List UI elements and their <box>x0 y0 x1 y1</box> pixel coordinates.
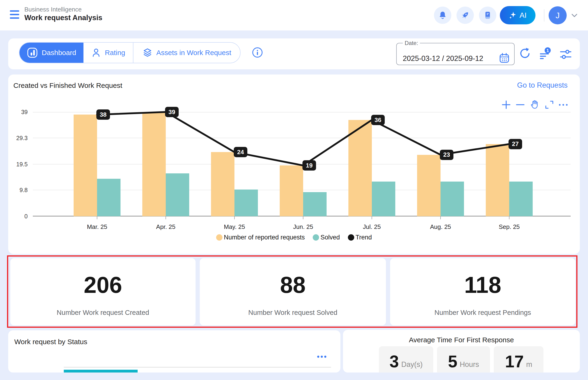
legend-item[interactable]: Trend <box>348 234 372 241</box>
x-axis-tick <box>234 216 235 219</box>
chart-legend: Number of reported requestsSolvedTrend <box>216 234 372 241</box>
legend-marker-icon <box>216 234 223 241</box>
x-axis-label: Aug. 25 <box>422 223 459 230</box>
x-axis-label: Jul. 25 <box>353 223 391 230</box>
metric-days-value: 3 <box>389 352 399 371</box>
calendar-icon[interactable] <box>499 53 510 64</box>
work-request-by-status-card: Work request by Status <box>8 330 340 373</box>
x-axis-label: Apr. 25 <box>147 223 184 230</box>
filter-icon[interactable]: 1 <box>539 47 552 60</box>
tune-icon[interactable] <box>560 49 572 60</box>
toolbar-card: Dashboard Rating Assets in Work Request … <box>8 38 580 69</box>
y-axis-label: 0 <box>9 213 28 220</box>
kpi-pendings-label: Number Work request Pendings <box>390 309 575 317</box>
kpi-created-label: Number Work request Created <box>10 309 196 317</box>
trend-line <box>33 112 571 216</box>
filter-badge: 1 <box>547 48 549 53</box>
hamburger-menu-icon[interactable] <box>10 10 21 20</box>
x-axis-tick <box>509 216 509 219</box>
trend-point-label: 39 <box>165 107 179 117</box>
tab-dashboard[interactable]: Dashboard <box>20 43 83 63</box>
trend-point-label: 38 <box>96 109 110 120</box>
average-first-response-card: Average Time For First Response 3 Day(s)… <box>343 330 580 373</box>
legend-item[interactable]: Solved <box>313 234 340 241</box>
legend-item[interactable]: Number of reported requests <box>216 234 305 241</box>
person-icon <box>91 48 101 58</box>
metric-hours-unit: Hours <box>460 360 479 369</box>
tab-rating[interactable]: Rating <box>83 43 133 63</box>
date-range-field[interactable]: Date: 2025-03-12 / 2025-09-12 <box>396 40 515 65</box>
go-to-requests-link[interactable]: Go to Requests <box>517 81 568 90</box>
status-bar-segment <box>64 370 138 373</box>
x-axis-tick <box>303 216 303 219</box>
trend-point-label: 23 <box>440 150 453 160</box>
x-axis-label: Sep. 25 <box>490 223 528 230</box>
ai-button-label: AI <box>520 11 527 20</box>
tab-group: Dashboard Rating Assets in Work Request <box>19 42 241 63</box>
refresh-icon[interactable] <box>519 47 531 60</box>
x-axis-tick <box>440 216 441 219</box>
chart-title: Created vs Finished Work Request <box>13 81 122 90</box>
legend-label: Solved <box>321 234 340 241</box>
kpi-solved-value: 88 <box>200 272 386 298</box>
avatar[interactable]: J <box>549 6 567 24</box>
legend-label: Number of reported requests <box>224 234 305 241</box>
tab-rating-label: Rating <box>105 49 125 57</box>
response-card-title: Average Time For First Response <box>343 336 580 344</box>
chevron-down-icon[interactable] <box>571 14 577 17</box>
x-axis-tick <box>372 216 372 219</box>
layers-icon <box>142 48 153 58</box>
metric-days-unit: Day(s) <box>401 360 423 369</box>
legend-marker-icon <box>348 234 354 241</box>
metric-minutes-value: 17 <box>505 352 524 371</box>
status-axis-line <box>64 367 331 368</box>
chart-more-options-icon[interactable] <box>559 104 568 106</box>
zoom-in-icon[interactable] <box>502 100 511 109</box>
metric-days: 3 Day(s) <box>379 346 433 373</box>
notifications-button[interactable] <box>434 7 451 24</box>
book-icon <box>483 11 492 20</box>
avatar-initial: J <box>556 11 560 20</box>
metric-hours-value: 5 <box>448 352 457 371</box>
metric-hours: 5 Hours <box>437 346 490 373</box>
status-more-options-icon[interactable] <box>317 356 326 358</box>
legend-marker-icon <box>313 234 319 241</box>
trend-point-label: 36 <box>371 115 385 125</box>
kpi-solved-label: Number Work request Solved <box>200 309 386 317</box>
header-divider <box>544 9 544 21</box>
kpi-card-created: 206 Number Work request Created <box>10 258 196 325</box>
tab-dashboard-label: Dashboard <box>42 49 76 57</box>
expand-icon[interactable] <box>545 100 554 109</box>
tab-assets-in-work-request[interactable]: Assets in Work Request <box>133 43 240 63</box>
created-vs-finished-chart-card: Created vs Finished Work Request Go to R… <box>8 75 580 254</box>
rocket-icon <box>461 11 470 20</box>
x-axis-label: Mar. 25 <box>78 223 116 230</box>
legend-label: Trend <box>356 234 372 241</box>
bell-icon <box>438 11 447 20</box>
tab-assets-label: Assets in Work Request <box>156 49 231 57</box>
kpi-card-pendings: 118 Number Work request Pendings <box>390 258 575 325</box>
zoom-out-icon[interactable] <box>516 100 525 109</box>
metric-minutes-unit: m <box>526 360 532 369</box>
info-icon[interactable] <box>252 47 263 58</box>
plot-area: 09.819.529.339Mar. 25Apr. 25May. 25Jun. … <box>33 112 571 216</box>
kpi-pendings-value: 118 <box>390 272 575 298</box>
x-axis-tick <box>165 216 166 219</box>
dashboard-icon <box>27 47 38 58</box>
launch-button[interactable] <box>456 7 474 24</box>
metric-minutes: 17 m <box>494 346 544 373</box>
docs-button[interactable] <box>479 7 496 24</box>
kpi-created-value: 206 <box>10 272 196 298</box>
x-axis-label: May. 25 <box>216 223 253 230</box>
chart-toolbar <box>502 100 568 110</box>
pan-hand-icon[interactable] <box>530 100 540 110</box>
ai-sparkle-icon <box>509 11 517 19</box>
y-axis-label: 19.5 <box>9 161 28 168</box>
date-field-label: Date: <box>403 40 420 46</box>
app-header: Business Intelligence Work request Analy… <box>0 0 588 30</box>
ai-assistant-button[interactable]: AI <box>500 6 535 24</box>
kpi-card-solved: 88 Number Work request Solved <box>200 258 386 325</box>
trend-point-label: 27 <box>508 139 522 149</box>
date-range-value[interactable]: 2025-03-12 / 2025-09-12 <box>403 54 483 63</box>
x-axis-tick <box>97 216 97 219</box>
